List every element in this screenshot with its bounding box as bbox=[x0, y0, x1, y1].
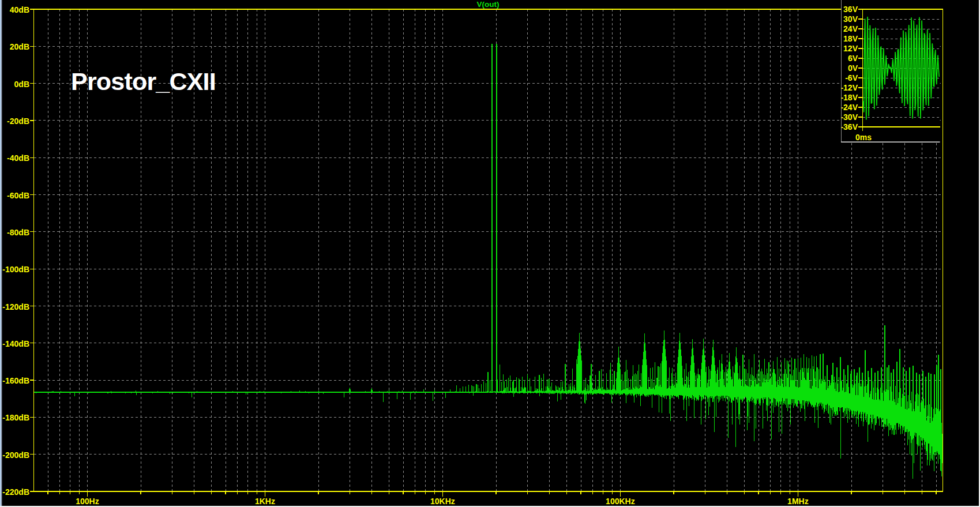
svg-text:0V: 0V bbox=[848, 63, 858, 73]
svg-text:-40dB: -40dB bbox=[7, 153, 29, 163]
svg-text:-24V: -24V bbox=[840, 103, 858, 112]
svg-text:40dB: 40dB bbox=[10, 5, 29, 14]
svg-text:6V: 6V bbox=[848, 54, 858, 63]
svg-text:-220dB: -220dB bbox=[2, 487, 29, 497]
svg-text:-12V: -12V bbox=[840, 83, 858, 92]
svg-text:-6V: -6V bbox=[845, 73, 858, 82]
svg-text:20dB: 20dB bbox=[10, 42, 29, 51]
svg-text:18V: 18V bbox=[843, 34, 858, 43]
svg-text:12V: 12V bbox=[843, 44, 858, 53]
svg-text:V(out): V(out) bbox=[477, 0, 500, 9]
svg-text:0dB: 0dB bbox=[14, 80, 29, 89]
svg-text:-200dB: -200dB bbox=[2, 450, 29, 460]
svg-text:10KHz: 10KHz bbox=[430, 497, 455, 506]
svg-text:-180dB: -180dB bbox=[2, 413, 29, 422]
svg-text:36V: 36V bbox=[843, 5, 858, 14]
svg-text:30V: 30V bbox=[843, 14, 858, 24]
svg-text:-60dB: -60dB bbox=[7, 191, 29, 200]
svg-text:1MHz: 1MHz bbox=[787, 497, 809, 506]
svg-text:-20dB: -20dB bbox=[7, 117, 29, 126]
svg-text:-80dB: -80dB bbox=[7, 228, 29, 237]
svg-text:24V: 24V bbox=[843, 24, 858, 33]
svg-text:-30V: -30V bbox=[840, 112, 858, 122]
svg-text:-100dB: -100dB bbox=[2, 265, 29, 274]
svg-text:0ms: 0ms bbox=[855, 133, 872, 142]
svg-text:-36V: -36V bbox=[840, 122, 858, 132]
svg-text:100KHz: 100KHz bbox=[606, 497, 635, 506]
svg-text:-140dB: -140dB bbox=[2, 339, 29, 348]
svg-text:100Hz: 100Hz bbox=[76, 497, 99, 506]
svg-text:-120dB: -120dB bbox=[2, 302, 29, 311]
svg-text:-18V: -18V bbox=[840, 93, 858, 102]
svg-text:Prostor_CXII: Prostor_CXII bbox=[71, 67, 216, 95]
svg-text:1KHz: 1KHz bbox=[255, 497, 275, 506]
svg-text:-160dB: -160dB bbox=[2, 376, 29, 385]
